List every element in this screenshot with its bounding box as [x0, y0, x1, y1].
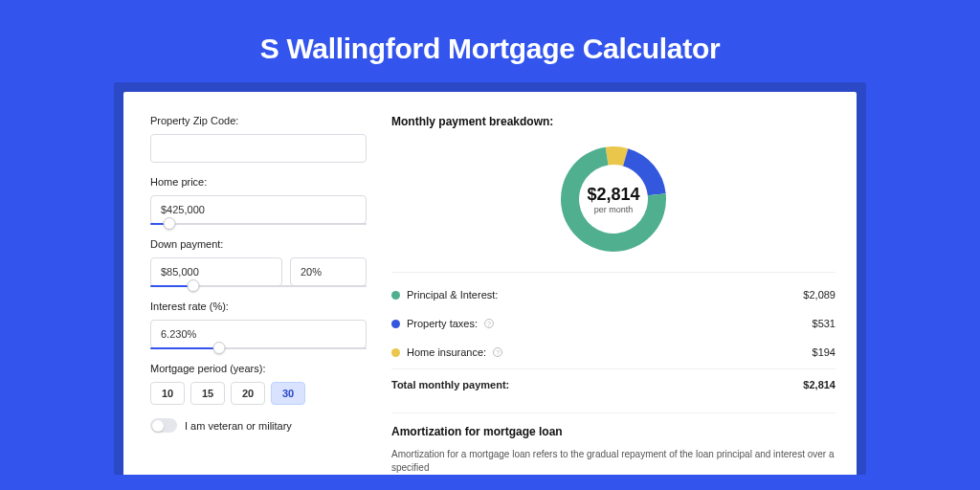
card-outer: Property Zip Code: Home price: Down paym… [114, 82, 866, 475]
legend-label: Property taxes: [407, 318, 478, 329]
period-button-30[interactable]: 30 [271, 382, 305, 405]
legend-total-row: Total monthly payment:$2,814 [391, 368, 835, 399]
legend-dot [391, 320, 400, 328]
period-button-15[interactable]: 15 [190, 382, 225, 405]
amortization-title: Amortization for mortgage loan [391, 425, 835, 438]
amortization-section: Amortization for mortgage loan Amortizat… [391, 412, 835, 475]
legend-row: Principal & Interest:$2,089 [391, 280, 835, 309]
donut-chart: $2,814 per month [391, 142, 835, 256]
down-payment-label: Down payment: [150, 238, 367, 250]
home-price-label: Home price: [150, 176, 367, 188]
legend-label: Home insurance: [407, 346, 486, 358]
inputs-column: Property Zip Code: Home price: Down paym… [123, 101, 388, 475]
legend-row: Property taxes:?$531 [391, 309, 835, 338]
legend-dot [391, 291, 400, 300]
interest-field: Interest rate (%): [150, 301, 367, 349]
legend-total-label: Total monthly payment: [391, 379, 509, 390]
period-row: 10152030 [150, 382, 367, 405]
calculator-card: Property Zip Code: Home price: Down paym… [123, 92, 857, 475]
interest-label: Interest rate (%): [150, 301, 367, 312]
veteran-label: I am veteran or military [185, 420, 292, 432]
period-button-10[interactable]: 10 [150, 382, 185, 405]
donut-amount: $2,814 [587, 185, 639, 205]
down-payment-slider[interactable] [150, 285, 367, 287]
legend-value: $531 [813, 318, 835, 329]
zip-field: Property Zip Code: [150, 115, 367, 163]
legend-row: Home insurance:?$194 [391, 338, 835, 367]
interest-slider-thumb[interactable] [213, 342, 226, 354]
interest-slider-fill [150, 347, 219, 349]
legend-value: $194 [813, 346, 835, 358]
zip-input[interactable] [150, 134, 367, 163]
page-title: S Wallingford Mortgage Calculator [0, 0, 980, 82]
down-payment-slider-thumb[interactable] [188, 279, 200, 292]
amortization-body: Amortization for a mortgage loan refers … [391, 448, 835, 475]
legend-value: $2,089 [803, 289, 835, 301]
veteran-toggle[interactable] [150, 418, 177, 433]
legend-dot [391, 348, 400, 357]
period-label: Mortgage period (years): [150, 363, 367, 374]
legend-total-value: $2,814 [803, 379, 835, 390]
veteran-toggle-knob [152, 420, 164, 432]
period-button-20[interactable]: 20 [231, 382, 265, 405]
legend: Principal & Interest:$2,089Property taxe… [391, 272, 835, 399]
home-price-field: Home price: [150, 176, 367, 225]
breakdown-title: Monthly payment breakdown: [391, 115, 835, 128]
info-icon[interactable]: ? [484, 319, 494, 328]
home-price-slider[interactable] [150, 223, 367, 225]
period-field: Mortgage period (years): 10152030 [150, 363, 367, 405]
veteran-row: I am veteran or military [150, 418, 367, 433]
home-price-slider-thumb[interactable] [164, 217, 176, 230]
zip-label: Property Zip Code: [150, 115, 367, 126]
donut-sub: per month [587, 205, 639, 214]
legend-label: Principal & Interest: [407, 289, 498, 301]
interest-input[interactable] [150, 320, 367, 348]
down-payment-input[interactable] [150, 257, 282, 286]
donut-center: $2,814 per month [587, 185, 639, 214]
info-icon[interactable]: ? [493, 347, 502, 357]
interest-slider[interactable] [150, 347, 367, 349]
home-price-input[interactable] [150, 195, 367, 224]
down-payment-pct-input[interactable] [290, 257, 367, 286]
breakdown-column: Monthly payment breakdown: $2,814 per mo… [388, 101, 857, 475]
down-payment-field: Down payment: [150, 238, 367, 287]
